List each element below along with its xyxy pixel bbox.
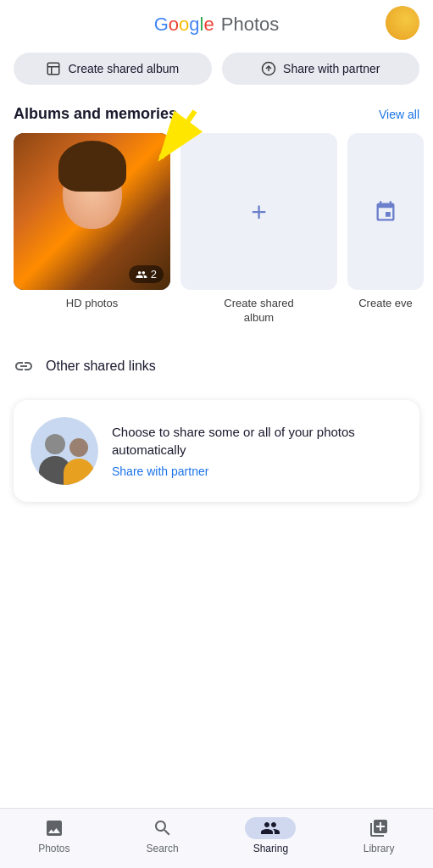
avatar[interactable] <box>386 6 419 40</box>
album-label: HD photos <box>66 297 118 311</box>
view-all-link[interactable]: View all <box>379 108 419 121</box>
nav-item-photos[interactable]: Photos <box>0 817 108 854</box>
event-icon <box>374 200 397 224</box>
albums-section: Albums and memories View all 2 HD photos… <box>0 98 433 339</box>
person2-body <box>64 459 94 485</box>
shared-links-label: Other shared links <box>46 359 156 374</box>
partner-card-text: Choose to share some or all of your phot… <box>112 423 402 479</box>
album-label-event: Create eve <box>358 297 413 311</box>
person2-head <box>69 438 88 457</box>
sharing-nav-icon <box>245 817 296 839</box>
album-label-create: Create sharedalbum <box>224 297 293 326</box>
share-partner-icon <box>261 61 276 76</box>
action-buttons-row: Create shared album Share with partner <box>0 46 433 98</box>
nav-item-search[interactable]: Search <box>108 817 217 854</box>
search-nav-label: Search <box>147 843 179 854</box>
section-title: Albums and memories <box>14 105 177 123</box>
link-icon <box>14 356 34 376</box>
album-item-hd-photos[interactable]: 2 HD photos <box>14 133 170 326</box>
badge-count: 2 <box>151 268 157 281</box>
album-thumbnail: 2 <box>14 133 170 290</box>
share-with-partner-button[interactable]: Share with partner <box>222 53 420 85</box>
svg-rect-0 <box>48 63 60 75</box>
sharing-nav-label: Sharing <box>253 843 288 854</box>
create-shared-album-button[interactable]: Create shared album <box>14 53 212 85</box>
album-item-create-event[interactable]: Create eve <box>347 133 424 326</box>
partner-link[interactable]: Share with partner <box>112 465 208 478</box>
partner-illustration <box>31 417 98 485</box>
photos-nav-label: Photos <box>38 843 69 854</box>
search-nav-icon <box>152 817 174 839</box>
plus-icon: + <box>251 198 267 225</box>
album-item-create-shared[interactable]: + Create sharedalbum <box>180 133 337 326</box>
partner-sharing-card: Choose to share some or all of your phot… <box>14 400 419 502</box>
album-icon <box>46 61 61 76</box>
nav-item-library[interactable]: Library <box>325 817 433 854</box>
shared-links-row[interactable]: Other shared links <box>0 339 433 393</box>
create-event-thumb[interactable] <box>347 133 424 290</box>
app-header: Google Photos <box>0 0 433 46</box>
photos-nav-icon <box>43 817 65 839</box>
library-nav-icon <box>368 817 390 839</box>
partner-description: Choose to share some or all of your phot… <box>112 423 402 459</box>
albums-scroll: 2 HD photos + Create sharedalbum Create … <box>0 133 433 339</box>
create-shared-album-thumb[interactable]: + <box>180 133 337 290</box>
people-icon <box>136 269 147 281</box>
nav-item-sharing[interactable]: Sharing <box>217 817 325 854</box>
google-photos-logo: Google Photos <box>154 14 280 36</box>
library-nav-label: Library <box>364 843 395 854</box>
bottom-navigation: Photos Search Sharing Library <box>0 808 433 868</box>
section-header: Albums and memories View all <box>0 98 433 133</box>
album-badge: 2 <box>129 265 164 283</box>
person2 <box>61 438 97 485</box>
